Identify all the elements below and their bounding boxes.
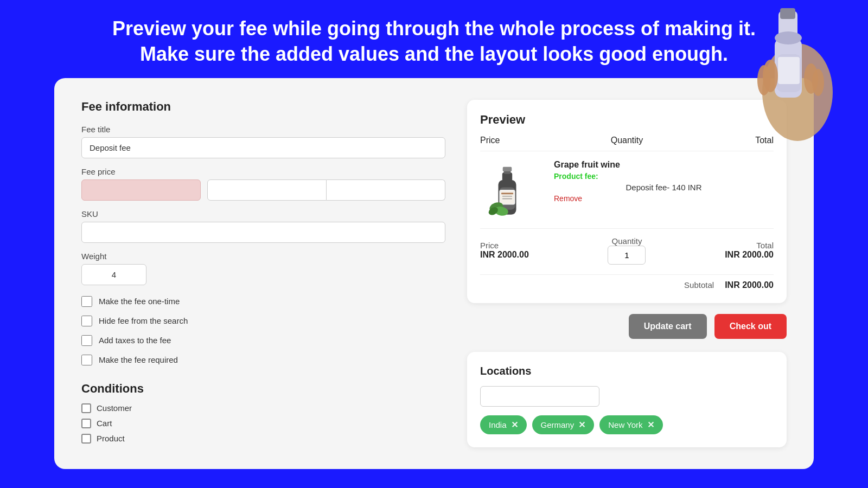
left-panel: Fee information Fee title Fee price SKU …	[81, 100, 445, 447]
weight-input[interactable]	[81, 264, 146, 285]
condition-cart[interactable]: Cart	[81, 419, 445, 428]
right-panel: Preview Price Quantity Total	[467, 100, 787, 447]
hero-line1: Preview your fee while going through the…	[54, 16, 814, 42]
preview-price-row: Price INR 2000.00 Quantity Total INR 200…	[480, 228, 774, 265]
main-card: Fee information Fee title Fee price SKU …	[54, 78, 814, 469]
checkbox-required[interactable]: Make the fee required	[81, 355, 445, 365]
sku-label: SKU	[81, 209, 445, 219]
svg-point-3	[775, 31, 802, 44]
location-tag-germany-close[interactable]: ✕	[578, 420, 585, 430]
condition-product-checkbox	[81, 434, 91, 444]
checkout-button[interactable]: Check out	[714, 314, 787, 339]
checkbox-add-taxes-label: Add taxes to the fee	[99, 336, 171, 345]
svg-rect-17	[502, 198, 512, 199]
locations-search-input[interactable]	[480, 386, 599, 407]
deposit-fee-text: Deposit fee- 140 INR	[554, 183, 774, 192]
checkbox-required-label: Make the fee required	[99, 355, 178, 364]
location-tag-india-close[interactable]: ✕	[511, 420, 518, 430]
currency-unit-group	[207, 179, 445, 201]
condition-cart-checkbox	[81, 419, 91, 428]
subtotal-row: Subtotal INR 2000.00	[480, 274, 774, 290]
condition-customer-label: Customer	[97, 403, 132, 413]
hero-line2: Make sure the added values and the layou…	[54, 42, 814, 67]
checkbox-group: Make the fee one-time Hide fee from the …	[81, 296, 445, 365]
total-col-value: INR 2000.00	[676, 250, 774, 260]
checkbox-hide-search[interactable]: Hide fee from the search	[81, 316, 445, 326]
sku-input[interactable]	[81, 222, 445, 243]
location-tag-newyork-close[interactable]: ✕	[647, 420, 654, 430]
weight-label: Weight	[81, 252, 445, 261]
total-col: Total INR 2000.00	[676, 241, 774, 260]
price-col-label: Price	[480, 241, 578, 250]
remove-link[interactable]: Remove	[554, 194, 774, 203]
checkbox-add-taxes-input[interactable]	[81, 335, 92, 346]
quantity-col: Quantity	[578, 236, 675, 265]
conditions-section: Conditions Customer Cart Product	[81, 382, 445, 444]
product-fee-label: Product fee:	[554, 172, 774, 181]
action-buttons: Update cart Check out	[467, 314, 787, 339]
fee-unit-input[interactable]	[327, 179, 445, 201]
conditions-title: Conditions	[81, 382, 445, 396]
subtotal-value: INR 2000.00	[725, 280, 774, 290]
fee-info-title: Fee information	[81, 100, 445, 114]
condition-product-label: Product	[97, 434, 125, 443]
location-tag-germany-label: Germany	[541, 420, 575, 429]
location-tag-india-label: India	[489, 420, 507, 429]
svg-rect-14	[500, 190, 514, 203]
location-tag-germany[interactable]: Germany ✕	[532, 415, 595, 434]
location-tag-newyork-label: New York	[608, 420, 642, 429]
checkbox-hide-search-label: Hide fee from the search	[99, 316, 188, 325]
fee-title-input[interactable]	[81, 137, 445, 158]
quantity-col-label: Quantity	[578, 236, 675, 246]
bottle-decoration	[716, 0, 835, 149]
locations-title: Locations	[480, 365, 774, 377]
svg-rect-20	[503, 166, 512, 171]
condition-customer[interactable]: Customer	[81, 403, 445, 413]
conditions-list: Customer Cart Product	[81, 403, 445, 444]
svg-point-8	[757, 65, 770, 95]
update-cart-button[interactable]: Update cart	[629, 314, 707, 339]
locations-section: Locations India ✕ Germany ✕ New York ✕	[467, 352, 787, 447]
condition-cart-label: Cart	[97, 419, 112, 428]
checkbox-one-time[interactable]: Make the fee one-time	[81, 296, 445, 307]
checkbox-required-input[interactable]	[81, 355, 92, 365]
svg-rect-15	[501, 192, 513, 194]
total-col-label: Total	[676, 241, 774, 250]
quantity-input[interactable]	[608, 246, 646, 265]
checkbox-add-taxes[interactable]: Add taxes to the fee	[81, 335, 445, 346]
product-name: Grape fruit wine	[554, 160, 774, 170]
price-col: Price INR 2000.00	[480, 241, 578, 260]
fee-price-label: Fee price	[81, 167, 445, 176]
checkbox-one-time-input[interactable]	[81, 296, 92, 307]
fee-currency-input[interactable]	[207, 179, 327, 201]
col-quantity-header: Quantity	[578, 136, 675, 145]
fee-title-label: Fee title	[81, 125, 445, 134]
preview-product-row: Grape fruit wine Product fee: Deposit fe…	[480, 160, 774, 220]
subtotal-label: Subtotal	[684, 280, 714, 290]
location-tag-newyork[interactable]: New York ✕	[599, 415, 662, 434]
col-price-header: Price	[480, 136, 578, 145]
price-col-value: INR 2000.00	[480, 250, 578, 260]
fee-price-amount-input[interactable]	[81, 179, 201, 201]
product-info: Grape fruit wine Product fee: Deposit fe…	[554, 160, 774, 220]
condition-product[interactable]: Product	[81, 434, 445, 444]
svg-rect-4	[780, 8, 795, 19]
checkbox-hide-search-input[interactable]	[81, 316, 92, 326]
condition-customer-checkbox	[81, 403, 91, 413]
checkbox-one-time-label: Make the fee one-time	[99, 297, 180, 306]
location-tag-india[interactable]: India ✕	[480, 415, 527, 434]
location-tags: India ✕ Germany ✕ New York ✕	[480, 415, 774, 434]
fee-price-row	[81, 179, 445, 201]
svg-point-10	[812, 69, 824, 96]
svg-rect-16	[502, 196, 512, 197]
svg-rect-6	[778, 57, 800, 84]
product-image	[480, 160, 534, 220]
